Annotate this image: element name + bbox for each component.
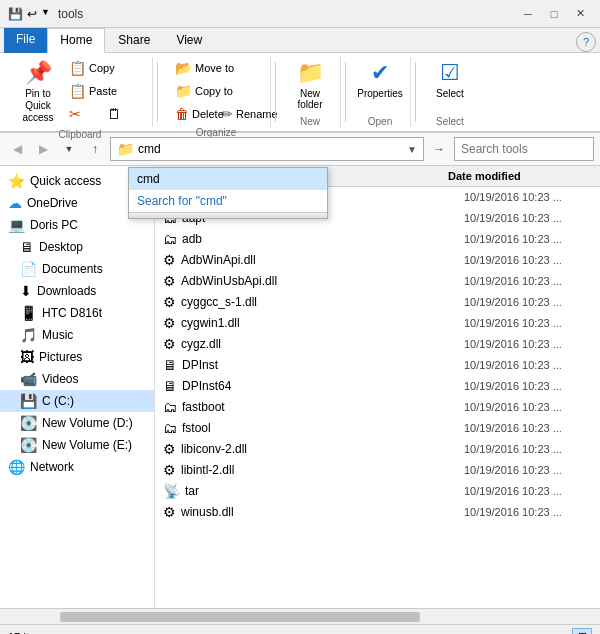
table-row[interactable]: 🗂 adb 10/19/2016 10:23 ... bbox=[155, 229, 600, 250]
col-date-header[interactable]: Date modified bbox=[444, 168, 584, 184]
table-row[interactable]: 🗂 fstool 10/19/2016 10:23 ... bbox=[155, 418, 600, 439]
select-button[interactable]: ☑ Select bbox=[428, 57, 472, 102]
rename-icon: ✏ bbox=[221, 106, 233, 122]
sidebar-item-music[interactable]: 🎵 Music bbox=[0, 324, 154, 346]
table-row[interactable]: ⚙ winusb.dll 10/19/2016 10:23 ... bbox=[155, 502, 600, 523]
sidebar-item-d-volume[interactable]: 💽 New Volume (D:) bbox=[0, 412, 154, 434]
file-date: 10/19/2016 10:23 ... bbox=[460, 506, 600, 518]
help-button[interactable]: ? bbox=[576, 32, 596, 52]
search-box[interactable]: 🔍 bbox=[454, 137, 594, 161]
dvolume-label: New Volume (D:) bbox=[42, 416, 133, 430]
file-date: 10/19/2016 10:23 ... bbox=[460, 443, 600, 455]
table-row[interactable]: ⚙ cygwin1.dll 10/19/2016 10:23 ... bbox=[155, 313, 600, 334]
pin-to-quick-access-button[interactable]: 📌 Pin to Quick access bbox=[16, 57, 60, 127]
search-input[interactable] bbox=[461, 142, 600, 156]
delete-button[interactable]: 🗑 Delete bbox=[170, 103, 214, 125]
network-icon: 🌐 bbox=[8, 459, 25, 475]
file-icon: ⚙ bbox=[163, 336, 176, 352]
file-name: 🗂 fastboot bbox=[155, 399, 460, 415]
sidebar-item-documents[interactable]: 📄 Documents bbox=[0, 258, 154, 280]
rename-button[interactable]: ✏ Rename bbox=[216, 103, 262, 125]
network-label: Network bbox=[30, 460, 74, 474]
table-row[interactable]: ⚙ cyggcc_s-1.dll 10/19/2016 10:23 ... bbox=[155, 292, 600, 313]
properties-icon: ✔ bbox=[371, 60, 389, 86]
ribbon-tabs: File Home Share View ? bbox=[0, 28, 600, 53]
file-date: 10/19/2016 10:23 ... bbox=[460, 338, 600, 350]
file-name: ⚙ cygwin1.dll bbox=[155, 315, 460, 331]
sidebar-item-downloads[interactable]: ⬇ Downloads bbox=[0, 280, 154, 302]
sidebar-item-pictures[interactable]: 🖼 Pictures bbox=[0, 346, 154, 368]
file-icon: 🗂 bbox=[163, 420, 177, 436]
copy-button[interactable]: 📋 Copy bbox=[64, 57, 144, 79]
address-dropdown-icon[interactable]: ▼ bbox=[407, 144, 417, 155]
item-count: 17 items bbox=[8, 631, 50, 635]
maximize-button[interactable]: □ bbox=[542, 4, 566, 24]
cut-icon: ✂ bbox=[69, 106, 81, 122]
table-row[interactable]: ⚙ AdbWinUsbApi.dll 10/19/2016 10:23 ... bbox=[155, 271, 600, 292]
cut-row: ✂ 🗒 bbox=[64, 103, 144, 125]
sidebar-item-network[interactable]: 🌐 Network bbox=[0, 456, 154, 478]
sidebar-item-htc[interactable]: 📱 HTC D816t bbox=[0, 302, 154, 324]
desktop-icon: 🖥 bbox=[20, 239, 34, 255]
sep4 bbox=[415, 62, 416, 122]
recent-button[interactable]: ▼ bbox=[58, 138, 80, 160]
file-date: 10/19/2016 10:23 ... bbox=[460, 317, 600, 329]
autocomplete-item-cmd[interactable]: cmd bbox=[129, 168, 327, 190]
address-input[interactable] bbox=[138, 142, 407, 156]
file-icon: ⚙ bbox=[163, 441, 176, 457]
tab-home[interactable]: Home bbox=[47, 28, 105, 53]
tab-file[interactable]: File bbox=[4, 28, 47, 53]
copyto-button[interactable]: 🗒 bbox=[102, 103, 138, 125]
evolume-icon: 💽 bbox=[20, 437, 37, 453]
sidebar-item-c-drive[interactable]: 💾 C (C:) bbox=[0, 390, 154, 412]
sidebar-item-videos[interactable]: 📹 Videos bbox=[0, 368, 154, 390]
h-scroll-thumb[interactable] bbox=[60, 612, 420, 622]
table-row[interactable]: ⚙ AdbWinApi.dll 10/19/2016 10:23 ... bbox=[155, 250, 600, 271]
undo-icon: ↩ bbox=[27, 7, 37, 21]
properties-button[interactable]: ✔ Properties bbox=[358, 57, 402, 102]
up-button[interactable]: ↑ bbox=[84, 138, 106, 160]
table-row[interactable]: 🗂 fastboot 10/19/2016 10:23 ... bbox=[155, 397, 600, 418]
pin-icon: 📌 bbox=[25, 60, 52, 86]
close-button[interactable]: ✕ bbox=[568, 4, 592, 24]
quick-access-label: Quick access bbox=[30, 174, 101, 188]
tab-share[interactable]: Share bbox=[105, 28, 163, 53]
details-view-button[interactable]: ≡ bbox=[550, 628, 570, 635]
large-icons-view-button[interactable]: ⊞ bbox=[572, 628, 592, 635]
tab-view[interactable]: View bbox=[163, 28, 215, 53]
file-date: 10/19/2016 10:23 ... bbox=[460, 401, 600, 413]
cut-button[interactable]: ✂ bbox=[64, 103, 100, 125]
sidebar: ⭐ Quick access ☁ OneDrive 💻 Doris PC 🖥 D… bbox=[0, 166, 155, 608]
file-name: ⚙ AdbWinApi.dll bbox=[155, 252, 460, 268]
copyto-folder-button[interactable]: 📁 Copy to bbox=[170, 80, 250, 102]
go-button[interactable]: → bbox=[428, 138, 450, 160]
move-to-button[interactable]: 📂 Move to bbox=[170, 57, 250, 79]
minimize-button[interactable]: ─ bbox=[516, 4, 540, 24]
address-wrapper[interactable]: 📁 ▼ bbox=[110, 137, 424, 161]
table-row[interactable]: ⚙ libiconv-2.dll 10/19/2016 10:23 ... bbox=[155, 439, 600, 460]
sidebar-item-desktop[interactable]: 🖥 Desktop bbox=[0, 236, 154, 258]
downloads-icon: ⬇ bbox=[20, 283, 32, 299]
autocomplete-footer bbox=[129, 212, 327, 218]
quick-access-icon: ⭐ bbox=[8, 173, 25, 189]
cdrive-icon: 💾 bbox=[20, 393, 37, 409]
forward-button[interactable]: ▶ bbox=[32, 138, 54, 160]
table-row[interactable]: 🖥 DPInst 10/19/2016 10:23 ... bbox=[155, 355, 600, 376]
table-row[interactable]: 🖥 DPInst64 10/19/2016 10:23 ... bbox=[155, 376, 600, 397]
back-button[interactable]: ◀ bbox=[6, 138, 28, 160]
horizontal-scrollbar[interactable] bbox=[0, 608, 600, 624]
table-row[interactable]: 📡 tar 10/19/2016 10:23 ... bbox=[155, 481, 600, 502]
table-row[interactable]: ⚙ cygz.dll 10/19/2016 10:23 ... bbox=[155, 334, 600, 355]
new-folder-button[interactable]: 📁 Newfolder bbox=[288, 57, 332, 113]
cdrive-label: C (C:) bbox=[42, 394, 74, 408]
onedrive-label: OneDrive bbox=[27, 196, 78, 210]
view-toggle: ≡ ⊞ bbox=[550, 628, 592, 635]
file-icon: 🖥 bbox=[163, 357, 177, 373]
file-icon: ⚙ bbox=[163, 273, 176, 289]
paste-button[interactable]: 📋 Paste bbox=[64, 80, 144, 102]
autocomplete-item-search[interactable]: Search for "cmd" bbox=[129, 190, 327, 212]
sidebar-item-e-volume[interactable]: 💽 New Volume (E:) bbox=[0, 434, 154, 456]
table-row[interactable]: ⚙ libintl-2.dll 10/19/2016 10:23 ... bbox=[155, 460, 600, 481]
h-scroll-track[interactable] bbox=[0, 609, 600, 624]
file-icon: 🗂 bbox=[163, 399, 177, 415]
